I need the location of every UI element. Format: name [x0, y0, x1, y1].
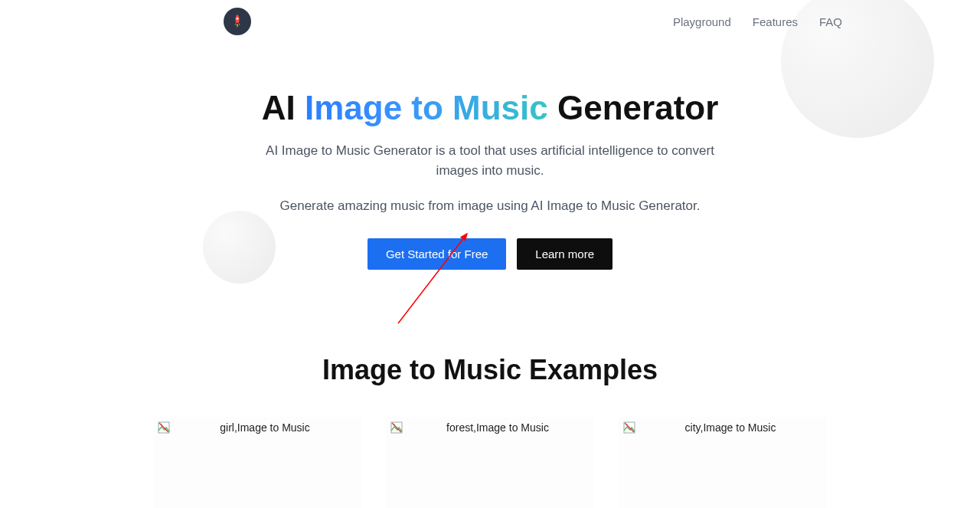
hero-section: AI Image to Music Generator AI Image to … — [0, 89, 980, 270]
hero-title-gradient: Image to Music — [305, 89, 548, 126]
hero-title-suffix: Generator — [548, 89, 719, 126]
examples-grid: girl,Image to Music forest,Image to Musi… — [0, 417, 980, 508]
example-card[interactable]: girl,Image to Music — [153, 417, 361, 508]
example-alt-text: city,Image to Music — [639, 421, 822, 434]
main-nav: Playground Features FAQ — [673, 15, 842, 28]
broken-image-icon — [623, 421, 635, 434]
broken-image-icon — [158, 421, 170, 434]
broken-image-icon — [390, 421, 403, 434]
hero-subline: Generate amazing music from image using … — [0, 198, 980, 214]
nav-faq[interactable]: FAQ — [819, 15, 842, 28]
example-card[interactable]: forest,Image to Music — [386, 417, 594, 508]
rocket-icon — [229, 13, 246, 30]
hero-title-prefix: AI — [262, 89, 305, 126]
hero-title: AI Image to Music Generator — [0, 89, 980, 127]
nav-playground[interactable]: Playground — [673, 15, 731, 28]
hero-description: AI Image to Music Generator is a tool th… — [245, 141, 735, 180]
nav-features[interactable]: Features — [753, 15, 798, 28]
example-alt-text: girl,Image to Music — [173, 421, 357, 434]
logo-icon[interactable] — [224, 8, 251, 35]
header: Playground Features FAQ — [0, 0, 980, 35]
get-started-button[interactable]: Get Started for Free — [368, 238, 506, 270]
example-card[interactable]: city,Image to Music — [619, 417, 827, 508]
svg-point-0 — [237, 18, 239, 20]
examples-title: Image to Music Examples — [0, 354, 980, 386]
example-alt-text: forest,Image to Music — [406, 421, 590, 434]
hero-buttons: Get Started for Free Learn more — [0, 238, 980, 270]
learn-more-button[interactable]: Learn more — [517, 238, 612, 270]
